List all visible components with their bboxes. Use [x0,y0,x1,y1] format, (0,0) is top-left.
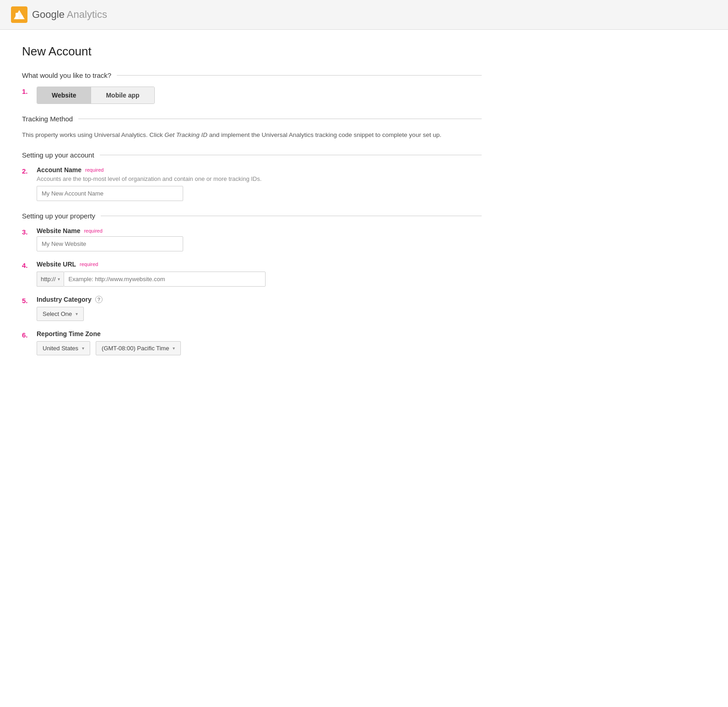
timezone-label: Reporting Time Zone [37,330,482,337]
account-setup-heading: Setting up your account [22,151,94,159]
step-6-content: Reporting Time Zone United States ▾ (GMT… [37,330,482,355]
main-content: New Account What would you like to track… [0,30,504,386]
track-type-selector: Website Mobile app [37,87,155,104]
account-name-input[interactable] [37,186,183,201]
step-3-content: Website Name required [37,227,482,251]
track-question-section: What would you like to track? [22,71,482,79]
industry-help-icon[interactable]: ? [95,296,103,303]
divider-tracking [78,119,482,119]
industry-category-select[interactable]: Select One ▾ [37,307,84,321]
protocol-chevron-icon: ▾ [58,277,60,282]
step-6-row: 6. Reporting Time Zone United States ▾ (… [22,330,482,355]
property-setup-section: Setting up your property [22,212,482,220]
divider [117,75,482,76]
step-6-number: 6. [22,330,37,339]
tracking-method-heading: Tracking Method [22,115,73,123]
account-name-description: Accounts are the top-most level of organ… [37,175,482,182]
url-input-row: http:// ▾ [37,272,266,287]
tracking-method-section: Tracking Method [22,115,482,123]
property-setup-heading: Setting up your property [22,212,95,220]
track-question-label: What would you like to track? [22,71,111,79]
industry-category-label: Industry Category ? [37,296,482,303]
website-name-input[interactable] [37,236,183,251]
step-3-row: 3. Website Name required [22,227,482,251]
app-header: Google Analytics [0,0,728,30]
industry-chevron-icon: ▾ [76,311,78,316]
account-setup-section: Setting up your account [22,151,482,159]
account-name-required: required [85,167,103,173]
website-name-required: required [84,228,102,234]
step-5-number: 5. [22,296,37,305]
step-1-number: 1. [22,87,37,95]
step-5-row: 5. Industry Category ? Select One ▾ [22,296,482,321]
step-4-content: Website URL required http:// ▾ [37,261,482,287]
website-url-input[interactable] [64,272,266,287]
app-title: Google Analytics [32,9,107,21]
step-5-content: Industry Category ? Select One ▾ [37,296,482,321]
timezone-select[interactable]: (GMT-08:00) Pacific Time ▾ [96,341,181,355]
svg-rect-2 [16,13,18,19]
ga-logo-icon [11,6,27,23]
step-3-number: 3. [22,227,37,236]
country-select[interactable]: United States ▾ [37,341,90,355]
mobile-app-button[interactable]: Mobile app [91,87,154,103]
timezone-selectors: United States ▾ (GMT-08:00) Pacific Time… [37,341,482,355]
step-4-row: 4. Website URL required http:// ▾ [22,261,482,287]
divider-property [101,216,482,216]
divider-account [100,155,482,155]
step-2-row: 2. Account Name required Accounts are th… [22,166,482,201]
protocol-selector[interactable]: http:// ▾ [37,272,64,287]
svg-rect-3 [20,16,23,19]
website-name-label: Website Name required [37,227,482,234]
step-4-number: 4. [22,261,37,269]
step-2-number: 2. [22,166,37,175]
country-chevron-icon: ▾ [82,346,84,351]
account-name-label: Account Name required [37,166,482,174]
page-title: New Account [22,44,482,59]
website-url-required: required [80,261,98,267]
step-2-content: Account Name required Accounts are the t… [37,166,482,201]
tracking-method-description: This property works using Universal Anal… [22,130,482,140]
get-tracking-id-link: Get Tracking ID [164,131,207,138]
website-button[interactable]: Website [37,87,91,103]
step-1-row: 1. Website Mobile app [22,87,482,104]
step-1-content: Website Mobile app [37,87,482,104]
website-url-label: Website URL required [37,261,482,268]
timezone-chevron-icon: ▾ [173,346,175,351]
